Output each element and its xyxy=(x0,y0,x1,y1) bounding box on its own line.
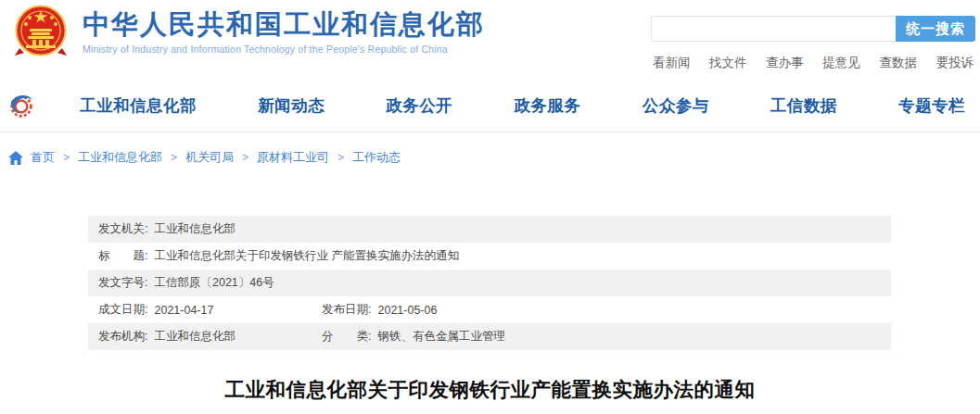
breadcrumb-work-updates[interactable]: 工作动态 xyxy=(352,149,401,166)
main-navbar: 工业和信息化部 新闻动态 政务公开 政务服务 公众参与 工信数据 专题专栏 xyxy=(0,80,980,132)
quick-link-data[interactable]: 查数据 xyxy=(879,55,917,71)
nav-item-news[interactable]: 新闻动态 xyxy=(258,94,325,117)
quick-link-suggestions[interactable]: 提意见 xyxy=(822,55,860,71)
quick-links: 看新闻 找文件 查办事 提意见 查数据 要投诉 xyxy=(651,55,975,71)
site-brand[interactable]: 中华人民共和国工业和信息化部 Ministry of Industry and … xyxy=(13,4,485,59)
article-title: 工业和信息化部关于印发钢铁行业产能置换实施办法的通知 xyxy=(0,376,980,403)
meta-label: 成文日期: xyxy=(98,302,147,318)
home-icon[interactable] xyxy=(8,151,23,165)
meta-label: 标 题: xyxy=(98,248,147,264)
nav-item-miit[interactable]: 工业和信息化部 xyxy=(80,94,197,117)
meta-value: 钢铁、有色金属工业管理 xyxy=(377,329,505,345)
site-header: 中华人民共和国工业和信息化部 Ministry of Industry and … xyxy=(0,0,980,80)
meta-value: 工业和信息化部 xyxy=(154,221,235,237)
meta-label: 分 类: xyxy=(322,329,371,345)
miit-gear-logo-icon xyxy=(7,91,35,120)
breadcrumb-raw-materials-dept[interactable]: 原材料工业司 xyxy=(257,149,329,166)
nav-item-gov-disclosure[interactable]: 政务公开 xyxy=(386,94,452,117)
breadcrumb-separator: > xyxy=(242,151,248,164)
breadcrumb: 首页 > 工业和信息化部 > 机关司局 > 原材料工业司 > 工作动态 xyxy=(8,149,401,166)
nav-item-public-participation[interactable]: 公众参与 xyxy=(643,94,709,117)
site-title: 中华人民共和国工业和信息化部 xyxy=(83,8,485,40)
quick-link-services[interactable]: 查办事 xyxy=(766,55,804,71)
breadcrumb-departments[interactable]: 机关司局 xyxy=(185,149,234,166)
quick-link-documents[interactable]: 找文件 xyxy=(709,55,747,71)
meta-value: 工业和信息化部关于印发钢铁行业 产能置换实施办法的通知 xyxy=(154,248,458,264)
meta-value: 工业和信息化部 xyxy=(154,329,235,345)
meta-value: 2021-05-06 xyxy=(377,304,437,317)
meta-label: 发布机构: xyxy=(98,329,147,345)
breadcrumb-separator: > xyxy=(171,151,177,164)
nav-item-gov-services[interactable]: 政务服务 xyxy=(514,94,580,117)
quick-link-complaints[interactable]: 要投诉 xyxy=(935,55,974,71)
meta-row-title: 标 题: 工业和信息化部关于印发钢铁行业 产能置换实施办法的通知 xyxy=(88,243,891,270)
meta-value: 2021-04-17 xyxy=(154,304,213,317)
site-subtitle-english: Ministry of Industry and Information Tec… xyxy=(83,44,485,55)
nav-items: 工业和信息化部 新闻动态 政务公开 政务服务 公众参与 工信数据 专题专栏 xyxy=(80,94,965,117)
document-meta-table: 发文机关: 工业和信息化部 标 题: 工业和信息化部关于印发钢铁行业 产能置换实… xyxy=(88,216,891,350)
meta-value: 工信部原〔2021〕46号 xyxy=(154,275,274,291)
search-area: 统一搜索 看新闻 找文件 查办事 提意见 查数据 要投诉 xyxy=(651,16,975,71)
meta-row-issuing-authority: 发文机关: 工业和信息化部 xyxy=(88,216,891,243)
breadcrumb-miit[interactable]: 工业和信息化部 xyxy=(78,149,162,166)
breadcrumb-separator: > xyxy=(63,151,70,164)
meta-row-dates: 成文日期: 2021-04-17 发布日期: 2021-05-06 xyxy=(88,296,891,323)
meta-label: 发布日期: xyxy=(322,302,371,318)
quick-link-news[interactable]: 看新闻 xyxy=(653,55,691,71)
meta-row-publisher-category: 发布机构: 工业和信息化部 分 类: 钢铁、有色金属工业管理 xyxy=(88,323,891,350)
meta-label: 发文机关: xyxy=(98,221,147,237)
breadcrumb-home[interactable]: 首页 xyxy=(31,149,55,166)
search-input[interactable] xyxy=(651,16,896,42)
unified-search-button[interactable]: 统一搜索 xyxy=(896,16,975,42)
meta-label: 发文字号: xyxy=(98,275,147,291)
national-emblem-icon xyxy=(13,4,69,59)
nav-item-miit-data[interactable]: 工信数据 xyxy=(770,94,837,117)
nav-item-special-columns[interactable]: 专题专栏 xyxy=(898,94,965,117)
brand-text: 中华人民共和国工业和信息化部 Ministry of Industry and … xyxy=(83,8,485,55)
breadcrumb-separator: > xyxy=(337,151,344,164)
meta-row-doc-number: 发文字号: 工信部原〔2021〕46号 xyxy=(88,270,891,296)
search-row: 统一搜索 xyxy=(651,16,975,42)
page: 中华人民共和国工业和信息化部 Ministry of Industry and … xyxy=(0,0,980,414)
